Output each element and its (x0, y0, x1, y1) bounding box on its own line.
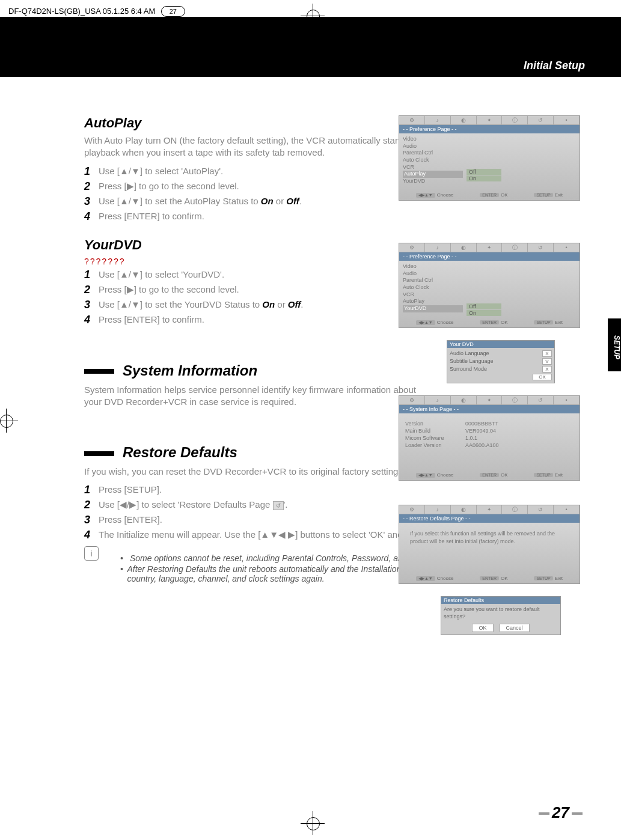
restore-intro: If you wish, you can reset the DVD Recor… (84, 466, 421, 478)
autoplay-intro: With Auto Play turn ON (the factory defa… (84, 135, 421, 159)
info-icon: i (84, 546, 99, 561)
osd-yourdvd: ⚙♪◐✦ⓘ↺• - - Preference Page - - VideoAud… (399, 243, 580, 328)
sysinfo-intro: System Information helps service personn… (84, 384, 421, 409)
osd-autoplay: ⚙♪◐✦ⓘ↺• - - Preference Page - - VideoAud… (399, 115, 580, 201)
osd-restore: ⚙♪◐✦ⓘ↺• - - Restore Defaults Page - - If… (399, 505, 580, 584)
section-label: Initial Setup (524, 59, 585, 72)
restore-icon: ↺ (273, 501, 284, 511)
popup-yourdvd: Your DVD Audio LanguageX Subtitle Langua… (447, 340, 555, 383)
osd-panels: ⚙♪◐✦ⓘ↺• - - Preference Page - - VideoAud… (399, 115, 597, 647)
popup-cancel-button[interactable]: Cancel (500, 624, 530, 632)
black-band: Initial Setup (0, 17, 621, 77)
popup-restore: Restore Defaults Are you sure you want t… (441, 596, 561, 635)
page-hint: 27 (161, 6, 185, 17)
page-number: 27 (536, 803, 585, 822)
popup-ok-button[interactable]: OK (472, 624, 493, 632)
osd-sysinfo: ⚙♪◐✦ⓘ↺• - - System Info Page - - Version… (399, 395, 580, 481)
